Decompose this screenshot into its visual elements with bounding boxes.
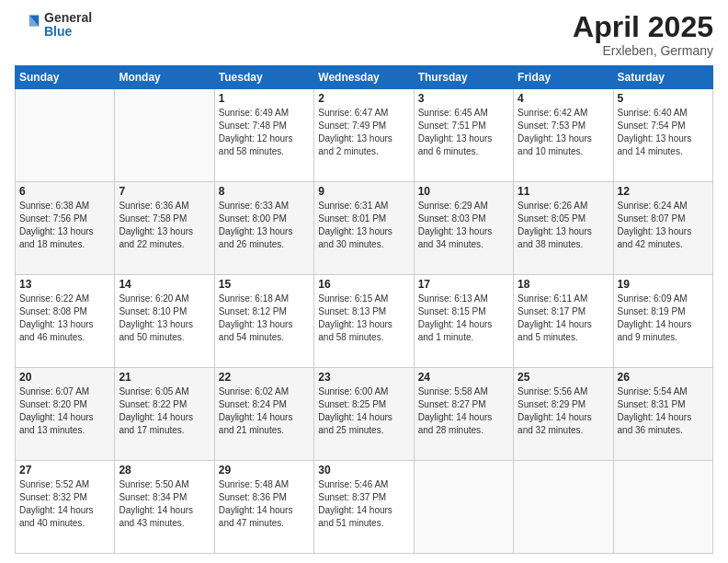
day-number: 28 bbox=[119, 464, 210, 477]
header-monday: Monday bbox=[115, 66, 214, 89]
day-info: Sunrise: 5:54 AM Sunset: 8:31 PM Dayligh… bbox=[618, 385, 709, 437]
logo: General Blue bbox=[15, 11, 92, 40]
weekday-header-row: Sunday Monday Tuesday Wednesday Thursday… bbox=[16, 66, 713, 89]
calendar-week-row: 6Sunrise: 6:38 AM Sunset: 7:56 PM Daylig… bbox=[16, 182, 713, 275]
day-number: 14 bbox=[119, 278, 210, 291]
table-row: 16Sunrise: 6:15 AM Sunset: 8:13 PM Dayli… bbox=[314, 275, 414, 368]
day-number: 9 bbox=[318, 185, 409, 198]
day-info: Sunrise: 6:47 AM Sunset: 7:49 PM Dayligh… bbox=[318, 107, 409, 158]
day-number: 1 bbox=[219, 92, 310, 105]
header-saturday: Saturday bbox=[613, 66, 712, 89]
day-info: Sunrise: 5:46 AM Sunset: 8:37 PM Dayligh… bbox=[318, 478, 409, 530]
calendar-table: Sunday Monday Tuesday Wednesday Thursday… bbox=[15, 65, 713, 554]
table-row: 17Sunrise: 6:13 AM Sunset: 8:15 PM Dayli… bbox=[414, 275, 513, 368]
table-row: 7Sunrise: 6:36 AM Sunset: 7:58 PM Daylig… bbox=[115, 182, 214, 275]
table-row: 4Sunrise: 6:42 AM Sunset: 7:53 PM Daylig… bbox=[514, 89, 613, 182]
table-row: 12Sunrise: 6:24 AM Sunset: 8:07 PM Dayli… bbox=[613, 182, 712, 275]
day-info: Sunrise: 6:02 AM Sunset: 8:24 PM Dayligh… bbox=[219, 385, 310, 437]
table-row: 29Sunrise: 5:48 AM Sunset: 8:36 PM Dayli… bbox=[214, 461, 313, 554]
table-row: 3Sunrise: 6:45 AM Sunset: 7:51 PM Daylig… bbox=[414, 89, 513, 182]
day-number: 4 bbox=[518, 92, 609, 105]
day-number: 21 bbox=[119, 371, 210, 384]
table-row: 30Sunrise: 5:46 AM Sunset: 8:37 PM Dayli… bbox=[314, 461, 414, 554]
day-number: 22 bbox=[219, 371, 310, 384]
day-number: 5 bbox=[618, 92, 709, 105]
day-info: Sunrise: 5:58 AM Sunset: 8:27 PM Dayligh… bbox=[418, 385, 509, 437]
day-number: 6 bbox=[19, 185, 110, 198]
calendar-week-row: 13Sunrise: 6:22 AM Sunset: 8:08 PM Dayli… bbox=[16, 275, 713, 368]
table-row: 21Sunrise: 6:05 AM Sunset: 8:22 PM Dayli… bbox=[115, 368, 214, 461]
header-thursday: Thursday bbox=[414, 66, 513, 89]
table-row: 24Sunrise: 5:58 AM Sunset: 8:27 PM Dayli… bbox=[414, 368, 513, 461]
month-title: April 2025 bbox=[573, 11, 713, 43]
page: General Blue April 2025 Erxleben, German… bbox=[0, 0, 728, 563]
day-info: Sunrise: 6:33 AM Sunset: 8:00 PM Dayligh… bbox=[219, 200, 310, 251]
location: Erxleben, Germany bbox=[573, 43, 713, 58]
table-row: 11Sunrise: 6:26 AM Sunset: 8:05 PM Dayli… bbox=[514, 182, 613, 275]
table-row bbox=[414, 461, 513, 554]
day-number: 11 bbox=[518, 185, 609, 198]
header-tuesday: Tuesday bbox=[214, 66, 313, 89]
day-number: 26 bbox=[618, 371, 709, 384]
table-row: 23Sunrise: 6:00 AM Sunset: 8:25 PM Dayli… bbox=[314, 368, 414, 461]
logo-general-text: General bbox=[44, 11, 92, 25]
table-row: 10Sunrise: 6:29 AM Sunset: 8:03 PM Dayli… bbox=[414, 182, 513, 275]
table-row: 5Sunrise: 6:40 AM Sunset: 7:54 PM Daylig… bbox=[613, 89, 712, 182]
day-number: 7 bbox=[119, 185, 210, 198]
day-info: Sunrise: 6:29 AM Sunset: 8:03 PM Dayligh… bbox=[418, 200, 509, 251]
day-info: Sunrise: 6:20 AM Sunset: 8:10 PM Dayligh… bbox=[119, 293, 210, 344]
day-info: Sunrise: 6:18 AM Sunset: 8:12 PM Dayligh… bbox=[219, 293, 310, 344]
table-row bbox=[16, 89, 115, 182]
header-sunday: Sunday bbox=[16, 66, 115, 89]
day-number: 12 bbox=[618, 185, 709, 198]
day-info: Sunrise: 6:38 AM Sunset: 7:56 PM Dayligh… bbox=[19, 200, 110, 251]
calendar-week-row: 27Sunrise: 5:52 AM Sunset: 8:32 PM Dayli… bbox=[16, 461, 713, 554]
header: General Blue April 2025 Erxleben, German… bbox=[15, 11, 713, 58]
day-number: 29 bbox=[219, 464, 310, 477]
table-row: 14Sunrise: 6:20 AM Sunset: 8:10 PM Dayli… bbox=[115, 275, 214, 368]
day-number: 10 bbox=[418, 185, 509, 198]
day-number: 17 bbox=[418, 278, 509, 291]
day-info: Sunrise: 6:07 AM Sunset: 8:20 PM Dayligh… bbox=[19, 385, 110, 437]
calendar-week-row: 20Sunrise: 6:07 AM Sunset: 8:20 PM Dayli… bbox=[16, 368, 713, 461]
day-info: Sunrise: 5:50 AM Sunset: 8:34 PM Dayligh… bbox=[119, 478, 210, 530]
day-info: Sunrise: 6:31 AM Sunset: 8:01 PM Dayligh… bbox=[318, 200, 409, 251]
day-info: Sunrise: 6:40 AM Sunset: 7:54 PM Dayligh… bbox=[618, 107, 709, 158]
table-row: 19Sunrise: 6:09 AM Sunset: 8:19 PM Dayli… bbox=[613, 275, 712, 368]
day-number: 25 bbox=[518, 371, 609, 384]
day-number: 3 bbox=[418, 92, 509, 105]
day-info: Sunrise: 6:42 AM Sunset: 7:53 PM Dayligh… bbox=[518, 107, 609, 158]
table-row: 22Sunrise: 6:02 AM Sunset: 8:24 PM Dayli… bbox=[214, 368, 313, 461]
table-row: 25Sunrise: 5:56 AM Sunset: 8:29 PM Dayli… bbox=[514, 368, 613, 461]
table-row bbox=[514, 461, 613, 554]
table-row: 8Sunrise: 6:33 AM Sunset: 8:00 PM Daylig… bbox=[214, 182, 313, 275]
table-row: 6Sunrise: 6:38 AM Sunset: 7:56 PM Daylig… bbox=[16, 182, 115, 275]
table-row: 28Sunrise: 5:50 AM Sunset: 8:34 PM Dayli… bbox=[115, 461, 214, 554]
table-row: 20Sunrise: 6:07 AM Sunset: 8:20 PM Dayli… bbox=[16, 368, 115, 461]
day-info: Sunrise: 6:11 AM Sunset: 8:17 PM Dayligh… bbox=[518, 293, 609, 344]
table-row: 1Sunrise: 6:49 AM Sunset: 7:48 PM Daylig… bbox=[214, 89, 313, 182]
calendar-week-row: 1Sunrise: 6:49 AM Sunset: 7:48 PM Daylig… bbox=[16, 89, 713, 182]
day-number: 23 bbox=[318, 371, 409, 384]
day-info: Sunrise: 6:22 AM Sunset: 8:08 PM Dayligh… bbox=[19, 293, 110, 344]
day-number: 18 bbox=[518, 278, 609, 291]
day-number: 2 bbox=[318, 92, 409, 105]
day-info: Sunrise: 5:56 AM Sunset: 8:29 PM Dayligh… bbox=[518, 385, 609, 437]
table-row bbox=[613, 461, 712, 554]
day-info: Sunrise: 6:26 AM Sunset: 8:05 PM Dayligh… bbox=[518, 200, 609, 251]
day-info: Sunrise: 5:48 AM Sunset: 8:36 PM Dayligh… bbox=[219, 478, 310, 530]
day-number: 19 bbox=[618, 278, 709, 291]
day-number: 15 bbox=[219, 278, 310, 291]
day-info: Sunrise: 6:05 AM Sunset: 8:22 PM Dayligh… bbox=[119, 385, 210, 437]
logo-blue-text: Blue bbox=[44, 25, 92, 39]
day-info: Sunrise: 6:00 AM Sunset: 8:25 PM Dayligh… bbox=[318, 385, 409, 437]
table-row: 26Sunrise: 5:54 AM Sunset: 8:31 PM Dayli… bbox=[613, 368, 712, 461]
day-number: 20 bbox=[19, 371, 110, 384]
day-info: Sunrise: 6:24 AM Sunset: 8:07 PM Dayligh… bbox=[618, 200, 709, 251]
table-row: 15Sunrise: 6:18 AM Sunset: 8:12 PM Dayli… bbox=[214, 275, 313, 368]
title-block: April 2025 Erxleben, Germany bbox=[573, 11, 713, 58]
table-row: 9Sunrise: 6:31 AM Sunset: 8:01 PM Daylig… bbox=[314, 182, 414, 275]
day-number: 30 bbox=[318, 464, 409, 477]
header-wednesday: Wednesday bbox=[314, 66, 414, 89]
day-number: 16 bbox=[318, 278, 409, 291]
